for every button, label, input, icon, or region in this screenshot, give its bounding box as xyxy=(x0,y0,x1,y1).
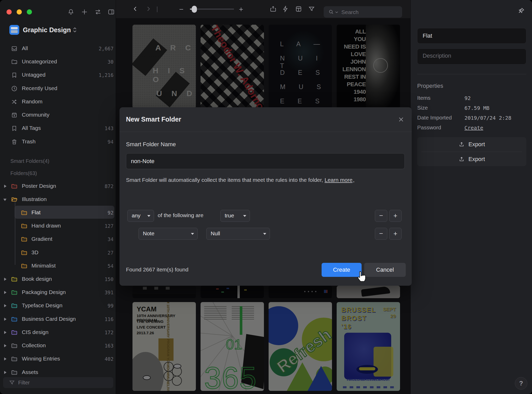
remove-rule-group-button[interactable]: − xyxy=(375,210,387,222)
disclosure-triangle-icon[interactable] xyxy=(4,278,6,281)
match-value-dropdown[interactable]: true xyxy=(220,210,250,222)
notifications-bell-icon[interactable] xyxy=(67,8,75,16)
slider-knob[interactable] xyxy=(192,6,197,13)
folder-poster-design[interactable]: Poster Design 872 xyxy=(0,180,116,193)
library-switch-chevrons-icon[interactable] xyxy=(73,26,77,33)
sidebar-item-trash[interactable]: Trash 94 xyxy=(0,135,116,148)
folder-typeface-design[interactable]: Typeface Design 99 xyxy=(0,299,116,312)
item-count: 402 xyxy=(105,356,114,362)
folder-3d[interactable]: 3D 27 xyxy=(0,246,116,259)
help-button[interactable]: ? xyxy=(515,377,527,390)
library-title[interactable]: Graphic Design xyxy=(23,26,71,34)
chevron-down-icon xyxy=(243,215,246,217)
sidebar-item-all-tags[interactable]: All Tags 143 xyxy=(0,122,116,135)
sidebar-item-community[interactable]: Community xyxy=(0,109,116,122)
disclosure-triangle-icon[interactable] xyxy=(4,331,6,334)
folder-icon xyxy=(11,276,18,283)
folder-collection[interactable]: Collection 163 xyxy=(0,339,116,352)
sidebar-item-all[interactable]: All 2,667 xyxy=(0,42,116,55)
folder-gradient[interactable]: Gradient 34 xyxy=(0,233,116,246)
dialog-description: Smart Folder will automatically collect … xyxy=(126,175,405,185)
add-rule-button[interactable]: + xyxy=(389,228,402,240)
library-icon[interactable] xyxy=(9,25,19,35)
export-button[interactable]: Export xyxy=(417,137,526,152)
match-mode-dropdown[interactable]: any xyxy=(127,210,154,222)
sidebar-item-random[interactable]: Random xyxy=(0,95,116,108)
disclosure-triangle-icon[interactable] xyxy=(3,199,6,201)
add-plus-icon[interactable] xyxy=(81,8,88,16)
share-icon[interactable] xyxy=(270,5,277,12)
app-window: Graphic Design All 2,667 ? Uncategorized… xyxy=(0,0,532,394)
remove-rule-button[interactable]: − xyxy=(375,228,387,240)
disclosure-triangle-icon[interactable] xyxy=(4,304,6,307)
filter-funnel-icon[interactable] xyxy=(308,5,315,12)
disclosure-triangle-icon[interactable] xyxy=(4,357,6,360)
folder-icon xyxy=(21,236,28,243)
disclosure-triangle-icon[interactable] xyxy=(4,318,6,321)
folder-packaging-design[interactable]: Packaging Design 391 xyxy=(0,286,116,299)
filter-bar[interactable] xyxy=(3,377,113,388)
rule-field-dropdown[interactable]: Note xyxy=(138,228,198,240)
smart-folder-name-label: Smart Folder Name xyxy=(126,141,176,148)
export-button[interactable]: Export xyxy=(417,152,526,166)
property-date-imported: Date Imported 2019/07/24 2:28 xyxy=(417,115,526,122)
lightning-actions-icon[interactable] xyxy=(282,5,289,12)
new-smart-folder-dialog: New Smart Folder Smart Folder Name Smart… xyxy=(119,107,412,286)
sidebar-item-recently-used[interactable]: Recently Used xyxy=(0,82,116,95)
rule-value-dropdown[interactable]: Null xyxy=(206,228,270,240)
close-icon[interactable] xyxy=(398,116,404,123)
learn-more-link[interactable]: Learn more xyxy=(325,177,353,183)
sort-arrows-icon[interactable] xyxy=(94,8,102,16)
disclosure-triangle-icon[interactable] xyxy=(4,291,6,294)
folder-minimalist[interactable]: Minimalist 54 xyxy=(0,259,116,272)
filter-input[interactable] xyxy=(18,378,107,387)
chevron-down-icon xyxy=(191,233,194,235)
disclosure-triangle-icon[interactable] xyxy=(4,344,6,347)
search-input[interactable] xyxy=(341,8,399,17)
folder-winning-entries[interactable]: Winning Entries 402 xyxy=(0,352,116,365)
close-window-button[interactable] xyxy=(6,9,12,15)
item-count: 92 xyxy=(108,210,114,216)
folder-book-design[interactable]: Book design 150 xyxy=(0,273,116,286)
minimize-window-button[interactable] xyxy=(17,9,22,15)
section-folders: Folders(63) xyxy=(10,170,37,176)
back-icon[interactable] xyxy=(132,5,139,12)
folder-cis-design[interactable]: CIS design 172 xyxy=(0,326,116,339)
trash-icon xyxy=(11,138,18,145)
inspector-panel: Properties Items 92 Size 67.59 MB Date I… xyxy=(410,0,532,394)
section-smart-folders: Smart Folders(4) xyxy=(10,158,49,164)
folder-icon xyxy=(11,329,18,336)
add-rule-group-button[interactable]: + xyxy=(389,210,402,222)
forward-icon[interactable] xyxy=(145,5,152,12)
item-count: 391 xyxy=(105,290,114,295)
sidebar-item-untagged[interactable]: ? Untagged 1,216 xyxy=(0,69,116,82)
folder-hand-drawn[interactable]: Hand drawn 127 xyxy=(0,219,116,232)
zoom-out-minus-icon[interactable] xyxy=(178,6,184,12)
folder-illustration[interactable]: Illustration xyxy=(0,193,116,206)
toggle-sidebar-icon[interactable] xyxy=(108,8,115,16)
smart-folder-name-input[interactable] xyxy=(126,153,405,169)
layout-view-icon[interactable] xyxy=(295,5,302,12)
cancel-button[interactable]: Cancel xyxy=(364,263,406,277)
folder-icon xyxy=(11,356,18,362)
folder-name-field[interactable] xyxy=(417,28,526,44)
folder-business-card-design[interactable]: Business Card Design 116 xyxy=(0,313,116,326)
disclosure-triangle-icon[interactable] xyxy=(4,185,6,188)
export-icon xyxy=(458,141,465,148)
search-box[interactable] xyxy=(324,6,402,18)
folder-icon xyxy=(21,249,28,256)
box-download-icon xyxy=(11,112,18,118)
chevron-down-icon xyxy=(263,233,266,235)
folder-description-field[interactable] xyxy=(417,49,526,64)
password-create-link[interactable]: Create xyxy=(464,125,483,131)
disclosure-triangle-icon[interactable] xyxy=(4,371,6,374)
zoom-window-button[interactable] xyxy=(27,9,32,15)
zoom-in-plus-icon[interactable] xyxy=(238,6,244,12)
chevron-down-icon xyxy=(335,11,338,13)
sidebar-item-uncategorized[interactable]: ? Uncategorized 30 xyxy=(0,55,116,68)
pin-icon[interactable] xyxy=(517,7,525,15)
bookmark-icon xyxy=(11,125,18,132)
folder-flat[interactable]: Flat 92 xyxy=(0,206,116,219)
item-count: 94 xyxy=(108,139,114,145)
found-items-text: Found 2667 item(s) found xyxy=(126,266,188,273)
